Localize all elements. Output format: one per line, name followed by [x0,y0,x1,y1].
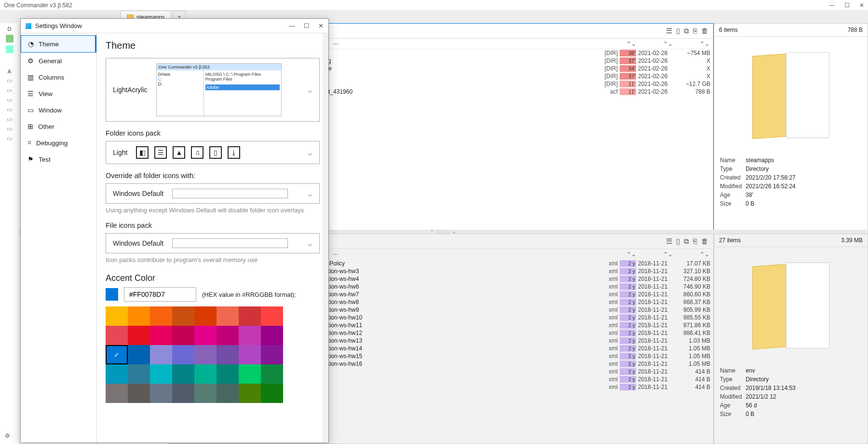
palette-color[interactable] [194,345,217,364]
file-row[interactable]: vmconfigoption-ws-hw16xml2 y2018-11-211.… [285,360,713,368]
palette-color[interactable] [106,326,128,345]
settings-nav-columns[interactable]: ▥Columns [21,69,96,85]
file-row[interactable]: ws-hw6xml2 y2018-11-21414 B [285,383,713,391]
palette-color[interactable] [239,306,261,326]
file-row[interactable]: vmconfigoption-ws-hw4xml2 y2018-11-21724… [285,275,713,283]
palette-color[interactable] [106,364,128,384]
palette-color[interactable] [194,326,217,345]
file-row[interactable]: ws-hw3xml2 y2018-11-21414 B [285,368,713,375]
palette-color[interactable] [217,326,239,345]
palette-color[interactable] [172,306,194,326]
palette-color[interactable] [150,384,172,403]
file-row[interactable]: vmconfigoption-ws-hw9xml2 y2018-11-21905… [285,306,713,314]
settings-nav-window[interactable]: ▭Window [21,102,96,118]
palette-color[interactable] [261,364,283,384]
settings-nav-general[interactable]: ⚙General [21,53,96,69]
settings-nav-debugging[interactable]: ⌗Debugging [21,135,96,151]
palette-color[interactable] [150,306,172,326]
palette-color[interactable] [217,384,239,403]
file-row[interactable]: vmconfigoption-ws-hw3xml2 y2018-11-21327… [285,267,713,275]
palette-color[interactable] [172,384,194,403]
sort-icon[interactable]: ⌃⌄ [626,251,636,258]
file-row[interactable]: vmconfigoption-ws-hw11xml2 y2018-11-2197… [285,321,713,329]
palette-color[interactable] [150,326,172,345]
delete-icon[interactable]: 🗑 [701,27,708,35]
palette-color[interactable] [172,345,194,364]
palette-color[interactable] [172,326,194,345]
settings-gear-icon[interactable]: ⚙ [5,432,10,439]
palette-color[interactable] [217,345,239,364]
sidebar-icon[interactable]: ▭ [7,125,12,132]
view-list-icon[interactable]: ☰ [666,27,672,35]
override-select[interactable]: Windows Default [106,183,320,204]
palette-color[interactable] [239,364,261,384]
palette-color[interactable] [261,384,283,403]
sidebar-icon[interactable]: ▭ [7,116,12,123]
file-row[interactable]: vmconfigoption-ws-hw12xml2 y2018-11-2198… [285,329,713,337]
sidebar-icon[interactable]: ▭ [7,97,12,103]
new-file-icon[interactable]: ▯ [676,237,680,246]
palette-color[interactable] [261,306,283,326]
file-row[interactable]: downloading[DIR]37'2021-02-26X [285,57,713,65]
new-file-icon[interactable]: ▯ [676,27,680,35]
settings-nav-theme[interactable]: ◔Theme [21,35,96,53]
palette-color[interactable] [217,306,239,326]
sort-icon[interactable]: ⌃⌄ [626,41,636,47]
sidebar-icon[interactable]: ▭ [7,135,12,142]
palette-color[interactable] [194,384,217,403]
fav-icon[interactable] [6,35,14,42]
file-icons-select[interactable]: Windows Default [106,233,320,253]
scrollbar[interactable] [323,33,328,443]
settings-nav-other[interactable]: ⊞Other [21,118,96,135]
minimize-icon[interactable]: — [289,22,295,29]
copy-icon[interactable]: ⧉ [684,27,689,35]
palette-color[interactable] [217,364,239,384]
paste-icon[interactable]: ⎘ [693,27,697,35]
palette-color[interactable] [194,306,217,326]
palette-color[interactable] [106,384,128,403]
sidebar-icon[interactable]: ▭ [7,87,12,94]
minimize-icon[interactable]: — [829,2,835,9]
settings-nav-test[interactable]: ⚑Test [21,151,96,167]
theme-select[interactable]: LightAcrylic One Commander v3 β.553 Driv… [106,58,320,122]
file-row[interactable]: workshop[DIR]11'2021-02-26~12.7 GB [285,80,713,88]
file-row[interactable]: vmconfigoption-ws-hw8xml2 y2018-11-21868… [285,298,713,306]
palette-color[interactable] [128,345,150,364]
file-row[interactable]: common[DIR]38'2021-02-26~754 MB [285,49,713,57]
sort-icon[interactable]: ⌃⌄ [700,251,709,258]
sort-icon[interactable]: ⌃⌄ [663,41,673,47]
palette-color[interactable] [150,364,172,384]
sort-icon[interactable]: ⌃⌄ [700,41,709,47]
sidebar-icon[interactable]: ▭ [7,77,12,84]
maximize-icon[interactable]: ☐ [844,2,850,9]
menu-icon[interactable]: ⋯ [333,251,339,258]
close-icon[interactable]: ✕ [859,2,864,9]
file-row[interactable]: vmconfigoption-ws-hw14xml2 y2018-11-211.… [285,345,713,352]
palette-color[interactable] [239,384,261,403]
close-icon[interactable]: ✕ [318,22,324,29]
sidebar-icon[interactable]: ▭ [7,106,12,113]
file-row[interactable]: vmconfigoption-ws-hw15xml2 y2018-11-211.… [285,352,713,360]
folder-icons-select[interactable]: Light ◧ ☰ ▲ ♫ ▯ ⭳ [106,141,320,164]
delete-icon[interactable]: 🗑 [701,237,708,246]
palette-color[interactable] [261,326,283,345]
palette-color[interactable] [150,345,172,364]
maximize-icon[interactable]: ☐ [304,22,310,29]
settings-nav-view[interactable]: ☰View [21,85,96,102]
copy-icon[interactable]: ⧉ [684,237,689,246]
file-row[interactable]: temp[DIR]37'2021-02-26X [285,72,713,80]
palette-color[interactable] [106,345,128,364]
palette-color[interactable] [239,326,261,345]
fav-icon[interactable] [6,45,14,53]
file-row[interactable]: shadercache[DIR]34'2021-02-26X [285,65,713,72]
file-row[interactable]: ws-hw4xml2 y2018-11-21414 B [285,375,713,383]
accent-hex-input[interactable] [124,287,196,302]
palette-color[interactable] [194,364,217,384]
file-row[interactable]: provisioningPolicyxml2 y2018-11-2117.07 … [285,260,713,267]
paste-icon[interactable]: ⎘ [693,237,697,246]
menu-icon[interactable]: ⋯ [333,41,339,47]
palette-color[interactable] [106,306,128,326]
view-list-icon[interactable]: ☰ [666,237,672,246]
palette-color[interactable] [128,364,150,384]
file-row[interactable]: vmconfigoption-ws-hw6xml2 y2018-11-21746… [285,283,713,291]
